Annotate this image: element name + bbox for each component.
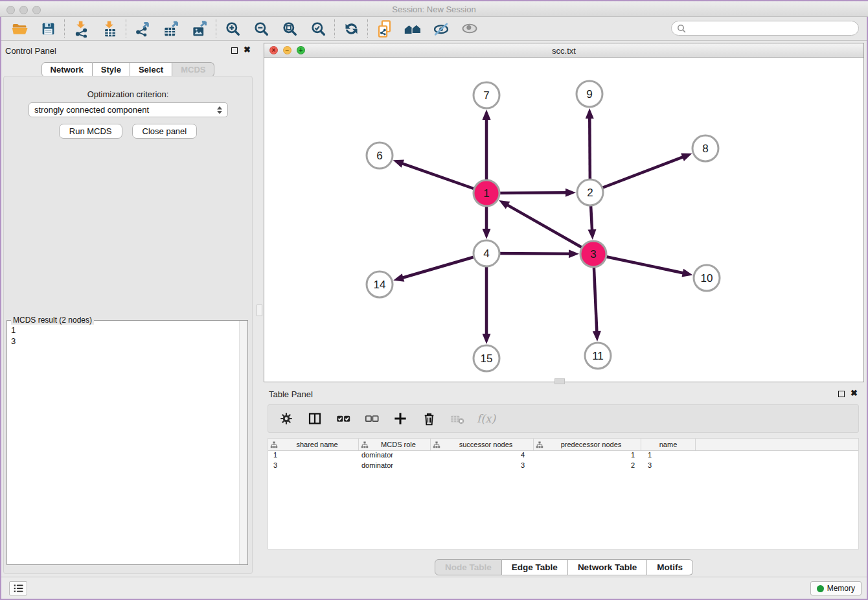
search-field[interactable] xyxy=(671,21,859,36)
graph-node-label: 9 xyxy=(586,88,592,100)
zoom-out-button[interactable] xyxy=(247,18,275,39)
tab-edge-table[interactable]: Edge Table xyxy=(502,559,568,575)
table-cell: 1 xyxy=(268,451,359,461)
optimization-criterion-label: Optimization criterion: xyxy=(0,89,256,99)
columns-icon xyxy=(307,411,323,426)
table-cell: 1 xyxy=(641,451,696,461)
table-header-row: shared nameMCDS rolesuccessor nodesprede… xyxy=(268,439,858,451)
table-cell: dominator xyxy=(359,461,431,472)
tab-mcds[interactable]: MCDS xyxy=(172,62,214,77)
plus-icon xyxy=(392,410,409,427)
memory-status-icon xyxy=(817,585,824,592)
graph-node-label: 6 xyxy=(376,150,382,162)
network-window-title: scc.txt xyxy=(264,46,863,56)
import-network-icon xyxy=(73,20,90,38)
search-input[interactable] xyxy=(687,23,858,34)
vertical-splitter-handle[interactable] xyxy=(257,305,262,316)
zoom-fit-icon xyxy=(281,20,299,38)
search-icon xyxy=(676,23,687,34)
memory-button[interactable]: Memory xyxy=(810,581,862,595)
graph-edge-arrowhead xyxy=(483,334,491,344)
column-header-name[interactable]: name xyxy=(641,439,696,450)
tab-select[interactable]: Select xyxy=(130,62,172,77)
graph-edge-arrowhead xyxy=(588,229,597,240)
column-header-MCDS-role[interactable]: MCDS role xyxy=(359,439,431,450)
new-network-from-selection-button[interactable] xyxy=(370,18,398,39)
app-titlebar: Session: New Session xyxy=(0,0,868,17)
float-table-panel-icon[interactable] xyxy=(838,391,845,397)
zoom-selected-icon xyxy=(310,20,327,38)
app-title: Session: New Session xyxy=(0,5,868,14)
mcds-result-text[interactable]: 1 3 xyxy=(7,322,238,564)
select-all-checkboxes-icon xyxy=(335,410,352,427)
result-scrollbar[interactable] xyxy=(239,321,247,564)
column-header-label: name xyxy=(643,441,693,448)
graph-edge-arrowhead xyxy=(681,269,692,277)
graph-edge-2-8[interactable] xyxy=(590,156,685,192)
show-all-button[interactable] xyxy=(455,18,484,39)
import-network-button[interactable] xyxy=(67,18,95,39)
horizontal-splitter-handle[interactable] xyxy=(554,378,565,384)
close-table-panel-icon[interactable]: ✖ xyxy=(851,388,858,398)
table-row[interactable]: 1dominator411 xyxy=(268,451,858,461)
table-cell: 1 xyxy=(534,451,641,461)
network-window-titlebar[interactable]: × − + scc.txt xyxy=(264,43,863,58)
float-panel-icon[interactable] xyxy=(231,47,238,54)
first-neighbors-button[interactable] xyxy=(398,18,427,39)
graph-edge-arrowhead xyxy=(593,331,601,341)
close-panel-icon[interactable]: ✖ xyxy=(244,45,251,54)
graph-edge-3-10[interactable] xyxy=(593,254,685,273)
column-header-predecessor-nodes[interactable]: predecessor nodes xyxy=(534,439,641,450)
zoom-in-button[interactable] xyxy=(218,18,247,39)
table-cell: 3 xyxy=(431,461,534,472)
toolbar-separator xyxy=(126,19,126,38)
toolbar-separator xyxy=(334,19,335,38)
deselect-all-rows-button[interactable] xyxy=(363,409,381,428)
graph-edge-arrowhead xyxy=(565,189,576,197)
column-header-shared-name[interactable]: shared name xyxy=(268,439,359,450)
graph-node-label: 8 xyxy=(702,143,708,155)
table-cell: 2 xyxy=(534,461,641,472)
hide-selected-button[interactable] xyxy=(427,18,455,39)
export-image-button[interactable] xyxy=(185,18,214,39)
open-folder-icon xyxy=(11,20,29,38)
table-settings-button[interactable] xyxy=(277,409,295,428)
add-column-button[interactable] xyxy=(391,409,409,428)
tab-node-table[interactable]: Node Table xyxy=(435,559,502,575)
column-attribute-icon xyxy=(433,441,440,448)
optimization-criterion-dropdown[interactable]: strongly connected component xyxy=(29,102,228,117)
table-row[interactable]: 3dominator323 xyxy=(268,461,858,472)
toolbar-separator xyxy=(367,19,368,38)
network-canvas[interactable]: 7968124314101511 xyxy=(264,58,863,382)
task-history-button[interactable] xyxy=(9,581,27,595)
tab-network[interactable]: Network xyxy=(41,62,93,77)
save-session-button[interactable] xyxy=(34,18,62,39)
column-header-successor-nodes[interactable]: successor nodes xyxy=(431,439,534,450)
refresh-button[interactable] xyxy=(337,18,365,39)
tab-style[interactable]: Style xyxy=(93,62,130,77)
export-table-button[interactable] xyxy=(157,18,185,39)
open-session-button[interactable] xyxy=(5,18,34,39)
graph-edge-arrowhead xyxy=(681,153,692,161)
graph-node-label: 11 xyxy=(592,350,604,362)
graph-edge-3-1[interactable] xyxy=(506,204,593,254)
graph-node-label: 4 xyxy=(483,248,489,260)
zoom-selected-button[interactable] xyxy=(304,18,332,39)
delete-column-button[interactable] xyxy=(420,409,438,428)
tab-motifs[interactable]: Motifs xyxy=(647,559,693,575)
control-panel-tabs: Network Style Select MCDS xyxy=(0,62,256,77)
show-column-panel-button[interactable] xyxy=(306,409,324,428)
export-network-button[interactable] xyxy=(128,18,157,39)
close-panel-button[interactable]: Close panel xyxy=(132,124,198,139)
column-attribute-icon xyxy=(536,441,543,448)
trash-icon xyxy=(421,411,437,427)
import-table-button[interactable] xyxy=(95,18,124,39)
main-toolbar xyxy=(1,17,867,41)
run-mcds-button[interactable]: Run MCDS xyxy=(59,124,122,139)
graph-node-label: 3 xyxy=(590,248,596,260)
graph-node-label: 14 xyxy=(374,279,386,291)
select-all-rows-button[interactable] xyxy=(334,409,352,428)
zoom-fit-button[interactable] xyxy=(275,18,304,39)
hide-selected-eye-slash-icon xyxy=(432,19,450,38)
tab-network-table[interactable]: Network Table xyxy=(568,559,647,575)
